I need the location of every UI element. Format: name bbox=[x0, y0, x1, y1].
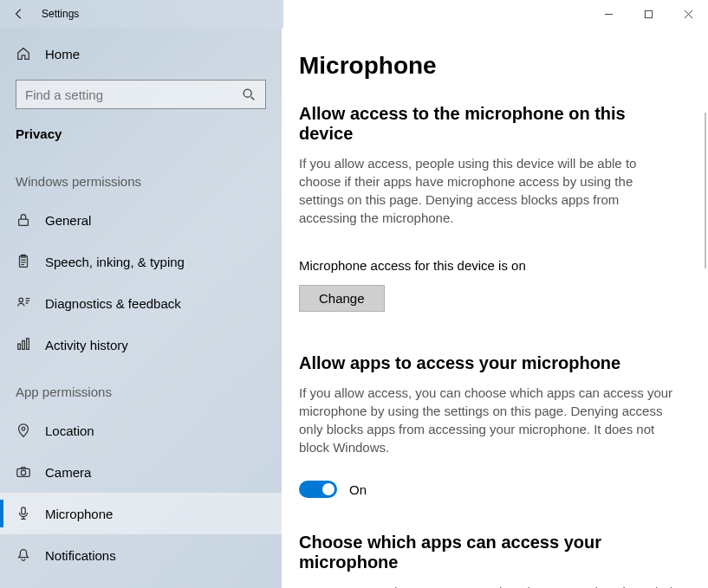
window-title: Settings bbox=[38, 8, 79, 20]
nav-activity[interactable]: Activity history bbox=[0, 324, 282, 365]
minimize-button[interactable] bbox=[588, 0, 628, 28]
svg-rect-2 bbox=[19, 219, 29, 225]
device-access-status: Microphone access for this device is on bbox=[299, 258, 684, 273]
maximize-icon bbox=[644, 10, 653, 19]
clipboard-icon bbox=[16, 254, 31, 269]
nav-diagnostics[interactable]: Diagnostics & feedback bbox=[0, 282, 282, 324]
nav-label: Camera bbox=[45, 465, 91, 480]
app-access-toggle-row: On bbox=[299, 481, 684, 498]
svg-rect-8 bbox=[27, 339, 29, 350]
svg-point-5 bbox=[19, 298, 23, 302]
group-app-permissions: App permissions bbox=[0, 365, 282, 410]
nav-general[interactable]: General bbox=[0, 199, 282, 241]
desc-choose-apps: Some apps need to access your microphone… bbox=[299, 583, 680, 588]
nav-label: Speech, inking, & typing bbox=[45, 255, 185, 269]
lock-icon bbox=[16, 212, 31, 228]
nav-label: Location bbox=[45, 423, 94, 438]
nav-speech[interactable]: Speech, inking, & typing bbox=[0, 241, 282, 282]
history-icon bbox=[16, 337, 31, 352]
nav-camera[interactable]: Camera bbox=[0, 451, 282, 493]
heading-device-access: Allow access to the microphone on this d… bbox=[299, 104, 684, 144]
bell-icon bbox=[16, 547, 31, 563]
nav-location[interactable]: Location bbox=[0, 410, 282, 451]
maximize-button[interactable] bbox=[628, 0, 668, 28]
search-input[interactable] bbox=[25, 87, 241, 102]
home-label: Home bbox=[45, 47, 80, 61]
toggle-label: On bbox=[349, 482, 367, 497]
feedback-icon bbox=[16, 295, 31, 311]
heading-app-access: Allow apps to access your microphone bbox=[299, 353, 684, 373]
main-panel: Microphone Allow access to the microphon… bbox=[282, 28, 708, 588]
app-access-toggle[interactable] bbox=[299, 481, 337, 498]
nav-label: General bbox=[45, 213, 91, 228]
svg-rect-6 bbox=[18, 344, 21, 349]
change-button[interactable]: Change bbox=[299, 285, 385, 312]
svg-rect-12 bbox=[22, 507, 26, 514]
svg-point-11 bbox=[21, 470, 25, 475]
sidebar: Home Privacy Windows permissions General… bbox=[0, 28, 282, 588]
nav-label: Activity history bbox=[45, 338, 128, 352]
nav-label: Diagnostics & feedback bbox=[45, 296, 181, 311]
arrow-left-icon bbox=[13, 8, 25, 20]
location-icon bbox=[16, 423, 31, 438]
section-heading: Privacy bbox=[0, 121, 282, 155]
search-icon bbox=[241, 87, 257, 102]
nav-label: Notifications bbox=[45, 548, 116, 563]
minimize-icon bbox=[604, 10, 614, 19]
svg-point-1 bbox=[244, 89, 251, 97]
scrollbar[interactable] bbox=[705, 113, 706, 268]
close-icon bbox=[684, 10, 693, 19]
page-title: Microphone bbox=[299, 52, 684, 80]
home-icon bbox=[16, 46, 31, 61]
nav-microphone[interactable]: Microphone bbox=[0, 493, 282, 534]
close-button[interactable] bbox=[668, 0, 708, 28]
desc-app-access: If you allow access, you can choose whic… bbox=[299, 384, 680, 456]
heading-choose-apps: Choose which apps can access your microp… bbox=[299, 533, 684, 572]
svg-point-9 bbox=[22, 427, 25, 430]
nav-notifications[interactable]: Notifications bbox=[0, 534, 282, 576]
svg-rect-0 bbox=[645, 10, 652, 17]
desc-device-access: If you allow access, people using this d… bbox=[299, 154, 680, 227]
group-windows-permissions: Windows permissions bbox=[0, 155, 282, 199]
home-button[interactable]: Home bbox=[0, 36, 282, 71]
microphone-icon bbox=[16, 506, 31, 521]
search-box[interactable] bbox=[16, 80, 266, 109]
svg-rect-7 bbox=[23, 341, 25, 350]
nav-label: Microphone bbox=[45, 507, 113, 521]
titlebar: Settings bbox=[0, 0, 708, 28]
camera-icon bbox=[16, 464, 31, 480]
back-button[interactable] bbox=[0, 0, 38, 28]
